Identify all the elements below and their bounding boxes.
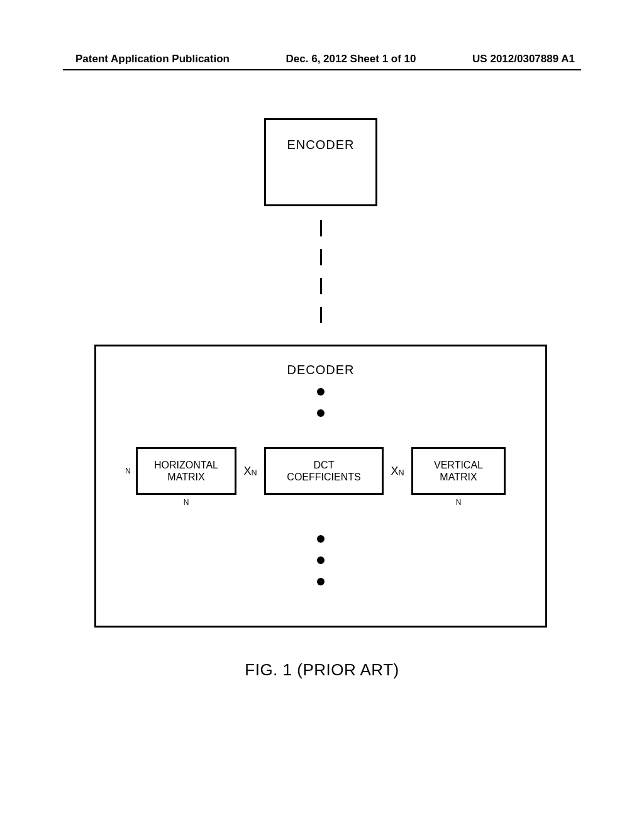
figure-caption: FIG. 1 (PRIOR ART): [0, 660, 644, 680]
decoder-block: DECODER N HORIZONTAL MATRIX N XN DCT COE…: [94, 345, 547, 628]
matrix-row: N HORIZONTAL MATRIX N XN DCT COEFFICIENT…: [96, 447, 545, 495]
dct-label2: COEFFICIENTS: [287, 471, 360, 483]
encoder-label: ENCODER: [287, 138, 354, 152]
ellipsis-dot: [317, 409, 325, 417]
dashed-line-seg: [320, 278, 322, 294]
horizontal-matrix-box: N HORIZONTAL MATRIX N: [136, 447, 236, 495]
dashed-line-seg: [320, 220, 322, 236]
dim-n-left: N: [125, 467, 131, 475]
page-header: Patent Application Publication Dec. 6, 2…: [0, 53, 644, 68]
dim-n-below: N: [184, 498, 189, 507]
vertical-matrix-box: VERTICAL MATRIX N: [411, 447, 506, 495]
decoder-title: DECODER: [96, 363, 545, 377]
ellipsis-dot: [317, 535, 325, 543]
header-rule: [63, 69, 581, 70]
dashed-line-seg: [320, 249, 322, 265]
ellipsis-dot: [317, 388, 325, 396]
header-center: Dec. 6, 2012 Sheet 1 of 10: [286, 53, 416, 65]
dim-n-below: N: [456, 498, 462, 507]
vertical-matrix-label2: MATRIX: [440, 471, 477, 483]
ellipsis-dot: [317, 556, 325, 564]
dashed-line-seg: [320, 307, 322, 323]
dct-label1: DCT: [314, 459, 335, 471]
dct-coefficients-box: DCT COEFFICIENTS: [264, 447, 384, 495]
horizontal-matrix-label2: MATRIX: [167, 471, 204, 483]
multiply-xn-1: XN: [236, 465, 264, 478]
vertical-matrix-label1: VERTICAL: [434, 459, 483, 471]
header-left: Patent Application Publication: [75, 53, 230, 65]
ellipsis-dot: [317, 578, 325, 585]
horizontal-matrix-label1: HORIZONTAL: [154, 459, 218, 471]
header-right: US 2012/0307889 A1: [472, 53, 575, 65]
multiply-xn-2: XN: [384, 465, 411, 478]
encoder-block: ENCODER: [264, 118, 377, 206]
